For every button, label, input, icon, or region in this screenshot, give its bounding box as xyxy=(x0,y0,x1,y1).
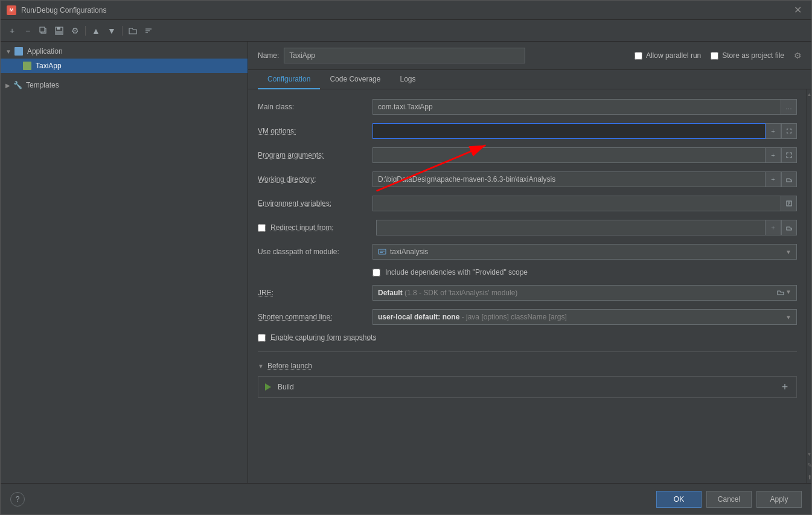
redirect-input-checkbox[interactable] xyxy=(258,224,266,232)
copy-button[interactable] xyxy=(37,24,50,37)
program-args-fullscreen-button[interactable] xyxy=(781,147,797,163)
name-label: Name: xyxy=(258,51,279,60)
add-button[interactable]: + xyxy=(5,24,19,37)
config-icon xyxy=(22,61,32,71)
vm-options-fullscreen-button[interactable] xyxy=(781,123,797,139)
include-deps-row: Include dependencies with "Provided" sco… xyxy=(372,268,797,277)
allow-parallel-run-checkbox[interactable] xyxy=(635,52,642,60)
close-button[interactable]: ✕ xyxy=(790,3,805,17)
jre-row: JRE: Default (1.8 - SDK of 'taxiAnalysis… xyxy=(258,285,797,301)
working-dir-input-group: + xyxy=(372,171,797,187)
before-launch-label: Before launch xyxy=(267,362,312,370)
remove-button[interactable]: − xyxy=(21,24,34,37)
store-as-project-file-label[interactable]: Store as project file xyxy=(711,51,784,60)
sidebar-item-templates[interactable]: ▶ 🔧 Templates xyxy=(1,78,248,92)
build-label: Build xyxy=(278,383,773,391)
section-divider xyxy=(258,351,797,352)
classpath-module-dropdown[interactable]: taxiAnalysis ▼ xyxy=(372,244,797,260)
env-vars-edit-button[interactable] xyxy=(781,196,797,211)
ok-button[interactable]: OK xyxy=(656,491,702,508)
right-scrollbar[interactable]: ▲ ▼ ✎ ⬆ xyxy=(807,89,811,483)
main-class-input-group: … xyxy=(372,99,797,115)
enable-snapshots-checkbox[interactable] xyxy=(258,334,266,342)
wrench-template-icon: 🔧 xyxy=(13,80,22,90)
svg-rect-1 xyxy=(40,27,45,32)
svg-rect-14 xyxy=(379,249,386,254)
scrollbar-track xyxy=(807,99,811,449)
application-label: Application xyxy=(27,47,63,56)
tab-configuration[interactable]: Configuration xyxy=(258,70,320,89)
classpath-module-row: Use classpath of module: taxiAnalysis xyxy=(258,244,797,260)
allow-parallel-run-label[interactable]: Allow parallel run xyxy=(635,51,701,60)
taxiapp-label: TaxiApp xyxy=(36,62,62,70)
vm-options-expand-button[interactable]: + xyxy=(766,123,781,139)
redirect-input-group: + xyxy=(376,220,797,235)
scroll-down-button[interactable]: ▼ xyxy=(807,449,811,459)
wrench-button[interactable]: ⚙ xyxy=(68,24,82,37)
sidebar-item-taxiapp[interactable]: TaxiApp xyxy=(1,59,248,73)
expand-arrow-icon: ▼ xyxy=(5,48,11,55)
program-args-input-group: + xyxy=(372,147,797,163)
shorten-cmdline-dropdown[interactable]: user-local default: none - java [options… xyxy=(372,309,797,325)
folder-button[interactable] xyxy=(126,24,139,37)
env-vars-row: Environment variables: xyxy=(258,196,797,211)
env-vars-input[interactable] xyxy=(372,196,781,211)
name-bar: Name: Allow parallel run Store as projec… xyxy=(248,42,811,70)
program-args-expand-button[interactable]: + xyxy=(766,147,781,163)
application-icon xyxy=(14,46,24,56)
sidebar-item-application[interactable]: ▼ Application xyxy=(1,44,248,59)
scroll-action-1[interactable]: ✎ xyxy=(807,459,811,471)
program-args-label: Program arguments: xyxy=(258,151,372,159)
working-dir-input[interactable] xyxy=(372,171,766,187)
jre-dropdown-arrow-icon: ▼ xyxy=(785,289,791,297)
env-vars-input-group xyxy=(372,196,797,211)
move-down-button[interactable]: ▼ xyxy=(105,24,118,37)
redirect-input-input[interactable] xyxy=(376,220,766,235)
scroll-action-2[interactable]: ⬆ xyxy=(807,471,811,483)
store-as-project-file-checkbox[interactable] xyxy=(711,52,718,60)
separator xyxy=(85,26,86,36)
store-as-project-file-text: Store as project file xyxy=(722,51,784,60)
redirect-input-browse-button[interactable] xyxy=(781,220,797,235)
env-vars-label: Environment variables: xyxy=(258,199,372,208)
config-panel-wrapper: Main class: … VM options: + xyxy=(248,89,811,483)
program-args-input[interactable] xyxy=(372,147,766,163)
include-deps-label: Include dependencies with "Provided" sco… xyxy=(385,268,528,277)
jre-input-group: Default (1.8 - SDK of 'taxiAnalysis' mod… xyxy=(372,285,797,301)
jre-dropdown[interactable]: Default (1.8 - SDK of 'taxiAnalysis' mod… xyxy=(372,285,797,301)
move-up-button[interactable]: ▲ xyxy=(89,24,103,37)
working-dir-expand-button[interactable]: + xyxy=(766,171,781,187)
include-deps-checkbox[interactable] xyxy=(372,269,380,277)
name-input[interactable] xyxy=(284,48,525,63)
svg-rect-3 xyxy=(57,27,60,30)
vm-options-input[interactable] xyxy=(372,123,766,139)
before-launch-header[interactable]: ▼ Before launch xyxy=(258,362,797,370)
right-panel: Name: Allow parallel run Store as projec… xyxy=(248,42,811,483)
tab-code-coverage[interactable]: Code Coverage xyxy=(320,70,390,89)
cancel-button[interactable]: Cancel xyxy=(706,491,752,508)
working-dir-row: Working directory: + xyxy=(258,171,797,187)
main-class-input[interactable] xyxy=(372,99,781,115)
bottom-bar: ? OK Cancel Apply xyxy=(1,483,811,514)
gear-icon[interactable]: ⚙ xyxy=(794,51,802,60)
jre-label: JRE: xyxy=(258,289,372,297)
enable-snapshots-row: Enable capturing form snapshots xyxy=(258,333,797,342)
svg-rect-4 xyxy=(56,31,62,34)
save-button[interactable] xyxy=(53,24,66,37)
shorten-cmdline-value: user-local default: none xyxy=(378,313,459,321)
tab-logs[interactable]: Logs xyxy=(390,70,425,89)
application-group: ▼ Application TaxiApp xyxy=(1,42,248,75)
scroll-up-button[interactable]: ▲ xyxy=(807,89,811,99)
help-button[interactable]: ? xyxy=(10,492,25,507)
separator2 xyxy=(122,26,123,36)
vm-options-label: VM options: xyxy=(258,127,372,135)
sort-button[interactable] xyxy=(142,24,155,37)
working-dir-browse-button[interactable] xyxy=(781,171,797,187)
redirect-input-expand-button[interactable]: + xyxy=(766,220,781,235)
apply-button[interactable]: Apply xyxy=(756,491,802,508)
redirect-input-row: Redirect input from: + xyxy=(258,220,797,235)
main-class-browse-button[interactable]: … xyxy=(781,99,797,115)
before-launch-add-button[interactable]: + xyxy=(778,380,791,394)
before-launch-arrow-icon: ▼ xyxy=(258,363,264,369)
templates-group: ▶ 🔧 Templates xyxy=(1,75,248,95)
